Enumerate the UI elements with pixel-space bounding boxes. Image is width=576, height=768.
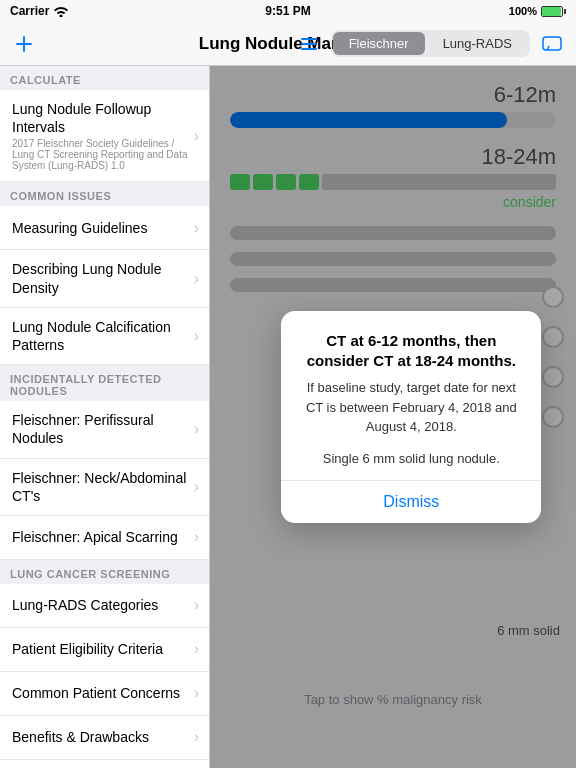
modal-dialog: CT at 6-12 months, then consider CT at 1…	[281, 311, 541, 523]
chevron-icon: ›	[194, 420, 199, 438]
sidebar-item-benefits[interactable]: Benefits & Drawbacks ›	[0, 716, 209, 760]
sidebar-item-apical[interactable]: Fleischner: Apical Scarring ›	[0, 516, 209, 560]
add-button[interactable]	[10, 30, 38, 58]
right-panel: 6-12m 18-24m consider	[210, 66, 576, 768]
status-left: Carrier	[10, 4, 69, 18]
chevron-icon: ›	[194, 270, 199, 288]
segment-fleischner[interactable]: Fleischner	[333, 32, 425, 55]
section-screening: LUNG CANCER SCREENING	[0, 560, 209, 584]
battery-percent: 100%	[509, 5, 537, 17]
dismiss-button[interactable]: Dismiss	[281, 481, 541, 523]
chevron-icon: ›	[194, 478, 199, 496]
sidebar-item-perifissural[interactable]: Fleischner: Perifissural Nodules ›	[0, 401, 209, 458]
apical-label: Fleischner: Apical Scarring	[12, 528, 190, 546]
measuring-label: Measuring Guidelines	[12, 219, 190, 237]
section-incidental: INCIDENTALLY DETECTED NODULES	[0, 365, 209, 401]
sidebar-item-followup[interactable]: Lung Nodule Followup Intervals 2017 Flei…	[0, 90, 209, 182]
modal-title: CT at 6-12 months, then consider CT at 1…	[297, 331, 525, 370]
lungrads-label: Lung-RADS Categories	[12, 596, 190, 614]
svg-rect-1	[16, 43, 32, 45]
modal-body1: If baseline study, target date for next …	[297, 378, 525, 437]
sidebar-item-measuring[interactable]: Measuring Guidelines ›	[0, 206, 209, 250]
sidebar: CALCULATE Lung Nodule Followup Intervals…	[0, 66, 210, 768]
svg-rect-2	[301, 38, 317, 40]
message-icon[interactable]	[538, 30, 566, 58]
chevron-icon: ›	[194, 327, 199, 345]
followup-title: Lung Nodule Followup Intervals	[12, 100, 190, 136]
carrier-label: Carrier	[10, 4, 49, 18]
sidebar-item-lungrads[interactable]: Lung-RADS Categories ›	[0, 584, 209, 628]
sidebar-item-neck[interactable]: Fleischner: Neck/Abdominal CT's ›	[0, 459, 209, 516]
chevron-icon: ›	[194, 219, 199, 237]
segment-control[interactable]: Fleischner Lung-RADS	[331, 30, 530, 57]
nav-left	[10, 30, 38, 58]
modal-body2: Single 6 mm solid lung nodule.	[297, 449, 525, 469]
eligibility-label: Patient Eligibility Criteria	[12, 640, 190, 658]
benefits-label: Benefits & Drawbacks	[12, 728, 190, 746]
wifi-icon	[53, 5, 69, 17]
density-label: Describing Lung Nodule Density	[12, 260, 190, 296]
calcification-label: Lung Nodule Calcification Patterns	[12, 318, 190, 354]
segment-lung-rads[interactable]: Lung-RADS	[427, 32, 528, 55]
perifissural-label: Fleischner: Perifissural Nodules	[12, 411, 190, 447]
svg-rect-4	[301, 48, 317, 50]
status-bar: Carrier 9:51 PM 100%	[0, 0, 576, 22]
sidebar-item-eligibility[interactable]: Patient Eligibility Criteria ›	[0, 628, 209, 672]
chevron-icon: ›	[194, 640, 199, 658]
nav-right: Fleischner Lung-RADS	[295, 30, 566, 58]
sidebar-item-concerns[interactable]: Common Patient Concerns ›	[0, 672, 209, 716]
main-content: CALCULATE Lung Nodule Followup Intervals…	[0, 66, 576, 768]
svg-rect-5	[543, 37, 561, 50]
svg-rect-3	[301, 43, 317, 45]
neck-label: Fleischner: Neck/Abdominal CT's	[12, 469, 190, 505]
status-right: 100%	[509, 5, 566, 17]
sidebar-item-density[interactable]: Describing Lung Nodule Density ›	[0, 250, 209, 307]
chevron-icon: ›	[194, 684, 199, 702]
status-time: 9:51 PM	[265, 4, 310, 18]
sidebar-item-calcification[interactable]: Lung Nodule Calcification Patterns ›	[0, 308, 209, 365]
section-calculate: CALCULATE	[0, 66, 209, 90]
chevron-icon: ›	[194, 728, 199, 746]
followup-subtitle: 2017 Fleischner Society Guidelines / Lun…	[12, 138, 190, 171]
concerns-label: Common Patient Concerns	[12, 684, 190, 702]
chevron-icon: ›	[194, 596, 199, 614]
chevron-icon: ›	[194, 528, 199, 546]
list-icon[interactable]	[295, 30, 323, 58]
section-common-issues: COMMON ISSUES	[0, 182, 209, 206]
battery-indicator	[541, 6, 566, 17]
nav-bar: Lung Nodule Manager Fleischner Lung-RADS	[0, 22, 576, 66]
chevron-icon: ›	[194, 127, 199, 145]
sidebar-item-protocol[interactable]: CT Protocol & Technique ›	[0, 760, 209, 768]
